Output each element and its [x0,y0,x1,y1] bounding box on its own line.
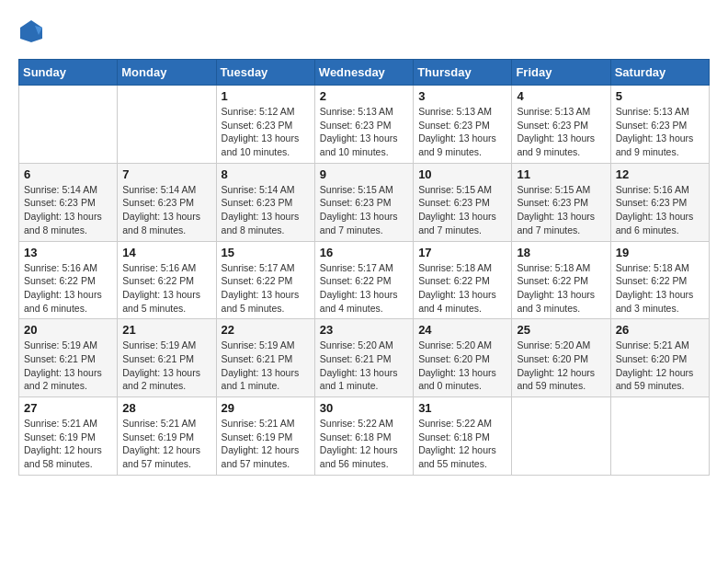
day-number: 19 [616,246,704,259]
day-number: 30 [320,401,408,415]
calendar-cell: 10Sunrise: 5:15 AM Sunset: 6:23 PM Dayli… [414,163,512,241]
day-number: 21 [122,323,210,337]
cell-info: Sunrise: 5:16 AM Sunset: 6:22 PM Dayligh… [122,262,200,314]
cell-info: Sunrise: 5:18 AM Sunset: 6:22 PM Dayligh… [418,262,496,314]
day-number: 5 [616,89,704,103]
calendar-cell: 14Sunrise: 5:16 AM Sunset: 6:22 PM Dayli… [118,241,216,319]
day-number: 26 [616,323,704,337]
cell-info: Sunrise: 5:15 AM Sunset: 6:23 PM Dayligh… [517,184,595,236]
cell-info: Sunrise: 5:13 AM Sunset: 6:23 PM Dayligh… [320,106,398,157]
calendar-cell: 8Sunrise: 5:14 AM Sunset: 6:23 PM Daylig… [216,163,314,241]
day-number: 25 [517,323,605,337]
cell-info: Sunrise: 5:12 AM Sunset: 6:23 PM Dayligh… [222,106,300,157]
day-number: 27 [24,401,112,415]
calendar-cell: 26Sunrise: 5:21 AM Sunset: 6:20 PM Dayli… [610,319,709,397]
day-number: 29 [222,401,310,415]
cell-info: Sunrise: 5:16 AM Sunset: 6:22 PM Dayligh… [24,262,102,314]
day-header-wednesday: Wednesday [314,60,413,86]
page-header [18,18,710,44]
cell-info: Sunrise: 5:18 AM Sunset: 6:22 PM Dayligh… [517,262,595,314]
day-number: 14 [122,246,210,259]
calendar-table: SundayMondayTuesdayWednesdayThursdayFrid… [18,59,710,476]
day-number: 23 [320,323,408,337]
cell-info: Sunrise: 5:16 AM Sunset: 6:23 PM Dayligh… [616,184,694,236]
cell-info: Sunrise: 5:20 AM Sunset: 6:21 PM Dayligh… [320,339,398,391]
cell-info: Sunrise: 5:19 AM Sunset: 6:21 PM Dayligh… [222,339,300,391]
day-number: 6 [24,167,112,181]
calendar-cell: 21Sunrise: 5:19 AM Sunset: 6:21 PM Dayli… [118,319,216,397]
calendar-cell: 27Sunrise: 5:21 AM Sunset: 6:19 PM Dayli… [19,397,118,476]
day-header-saturday: Saturday [610,60,709,86]
calendar-cell [118,86,216,164]
logo-icon [18,18,44,44]
cell-info: Sunrise: 5:19 AM Sunset: 6:21 PM Dayligh… [122,339,200,391]
cell-info: Sunrise: 5:22 AM Sunset: 6:18 PM Dayligh… [320,418,398,469]
calendar-cell: 6Sunrise: 5:14 AM Sunset: 6:23 PM Daylig… [19,163,118,241]
day-number: 9 [320,167,408,181]
day-number: 17 [418,246,506,259]
day-number: 20 [24,323,112,337]
calendar-cell: 30Sunrise: 5:22 AM Sunset: 6:18 PM Dayli… [314,397,413,476]
calendar-cell: 29Sunrise: 5:21 AM Sunset: 6:19 PM Dayli… [216,397,314,476]
day-number: 31 [418,401,506,415]
day-number: 1 [222,89,310,103]
calendar-week-row: 1Sunrise: 5:12 AM Sunset: 6:23 PM Daylig… [19,86,710,164]
day-number: 18 [517,246,605,259]
calendar-cell: 7Sunrise: 5:14 AM Sunset: 6:23 PM Daylig… [118,163,216,241]
cell-info: Sunrise: 5:13 AM Sunset: 6:23 PM Dayligh… [418,106,496,157]
day-header-friday: Friday [512,60,610,86]
day-number: 24 [418,323,506,337]
calendar-cell: 5Sunrise: 5:13 AM Sunset: 6:23 PM Daylig… [610,86,709,164]
calendar-week-row: 27Sunrise: 5:21 AM Sunset: 6:19 PM Dayli… [19,397,710,476]
day-number: 2 [320,89,408,103]
day-header-tuesday: Tuesday [216,60,314,86]
calendar-cell: 19Sunrise: 5:18 AM Sunset: 6:22 PM Dayli… [610,241,709,319]
cell-info: Sunrise: 5:17 AM Sunset: 6:22 PM Dayligh… [320,262,398,314]
calendar-cell: 9Sunrise: 5:15 AM Sunset: 6:23 PM Daylig… [314,163,413,241]
calendar-cell: 11Sunrise: 5:15 AM Sunset: 6:23 PM Dayli… [512,163,610,241]
cell-info: Sunrise: 5:14 AM Sunset: 6:23 PM Dayligh… [222,184,300,236]
cell-info: Sunrise: 5:14 AM Sunset: 6:23 PM Dayligh… [24,184,102,236]
cell-info: Sunrise: 5:17 AM Sunset: 6:22 PM Dayligh… [222,262,300,314]
cell-info: Sunrise: 5:13 AM Sunset: 6:23 PM Dayligh… [517,106,595,157]
calendar-cell: 15Sunrise: 5:17 AM Sunset: 6:22 PM Dayli… [216,241,314,319]
calendar-cell: 31Sunrise: 5:22 AM Sunset: 6:18 PM Dayli… [414,397,512,476]
calendar-cell [512,397,610,476]
calendar-cell [610,397,709,476]
day-header-sunday: Sunday [19,60,118,86]
calendar-cell: 22Sunrise: 5:19 AM Sunset: 6:21 PM Dayli… [216,319,314,397]
calendar-week-row: 6Sunrise: 5:14 AM Sunset: 6:23 PM Daylig… [19,163,710,241]
calendar-cell [19,86,118,164]
calendar-cell: 17Sunrise: 5:18 AM Sunset: 6:22 PM Dayli… [414,241,512,319]
calendar-week-row: 13Sunrise: 5:16 AM Sunset: 6:22 PM Dayli… [19,241,710,319]
cell-info: Sunrise: 5:15 AM Sunset: 6:23 PM Dayligh… [418,184,496,236]
day-number: 11 [517,167,605,181]
cell-info: Sunrise: 5:21 AM Sunset: 6:19 PM Dayligh… [122,418,200,469]
day-number: 10 [418,167,506,181]
logo [18,18,48,44]
day-header-monday: Monday [118,60,216,86]
day-number: 4 [517,89,605,103]
calendar-cell: 1Sunrise: 5:12 AM Sunset: 6:23 PM Daylig… [216,86,314,164]
calendar-header-row: SundayMondayTuesdayWednesdayThursdayFrid… [19,60,710,86]
day-number: 22 [222,323,310,337]
cell-info: Sunrise: 5:20 AM Sunset: 6:20 PM Dayligh… [418,339,496,391]
day-number: 15 [222,246,310,259]
calendar-cell: 13Sunrise: 5:16 AM Sunset: 6:22 PM Dayli… [19,241,118,319]
calendar-cell: 24Sunrise: 5:20 AM Sunset: 6:20 PM Dayli… [414,319,512,397]
day-number: 13 [24,246,112,259]
calendar-cell: 20Sunrise: 5:19 AM Sunset: 6:21 PM Dayli… [19,319,118,397]
cell-info: Sunrise: 5:19 AM Sunset: 6:21 PM Dayligh… [24,339,102,391]
cell-info: Sunrise: 5:21 AM Sunset: 6:20 PM Dayligh… [616,339,694,391]
cell-info: Sunrise: 5:20 AM Sunset: 6:20 PM Dayligh… [517,339,595,391]
cell-info: Sunrise: 5:15 AM Sunset: 6:23 PM Dayligh… [320,184,398,236]
cell-info: Sunrise: 5:18 AM Sunset: 6:22 PM Dayligh… [616,262,694,314]
day-number: 12 [616,167,704,181]
calendar-cell: 16Sunrise: 5:17 AM Sunset: 6:22 PM Dayli… [314,241,413,319]
calendar-week-row: 20Sunrise: 5:19 AM Sunset: 6:21 PM Dayli… [19,319,710,397]
day-number: 8 [222,167,310,181]
cell-info: Sunrise: 5:14 AM Sunset: 6:23 PM Dayligh… [122,184,200,236]
day-number: 3 [418,89,506,103]
day-header-thursday: Thursday [414,60,512,86]
day-number: 16 [320,246,408,259]
